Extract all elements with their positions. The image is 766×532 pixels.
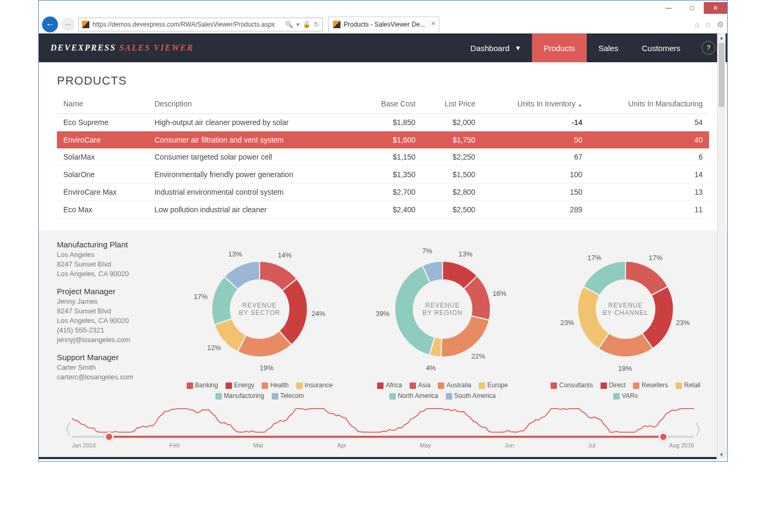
timeline-tick: Jun: [505, 442, 514, 448]
legend-item: North America: [389, 392, 438, 400]
legend-item: Telecom: [272, 392, 304, 400]
brand-logo: DEVEXPRESS SALES VIEWER: [51, 43, 194, 53]
tab-close-icon[interactable]: ✕: [431, 20, 436, 27]
column-header[interactable]: Units In Inventory▲: [482, 94, 589, 114]
browser-tab[interactable]: Products - SalesViewer De... ✕: [328, 16, 439, 32]
window-titlebar: — □ ✕: [39, 1, 727, 15]
legend-item: Health: [262, 381, 289, 389]
nav-item-sales[interactable]: Sales: [587, 34, 630, 62]
legend-item: Asia: [410, 381, 430, 389]
pm-title: Project Manager: [57, 287, 163, 296]
timeline-tick: Mar: [253, 442, 263, 448]
legend-item: Banking: [187, 381, 218, 389]
chart-legend: BankingEnergyHealthInsuranceManufacturin…: [180, 381, 339, 400]
nav-item-customers[interactable]: Customers: [630, 34, 692, 62]
page-title: PRODUCTS: [57, 74, 709, 88]
timeline-tick: Jul: [588, 442, 595, 448]
column-header[interactable]: Description: [148, 94, 357, 114]
sm-title: Support Manager: [57, 353, 163, 362]
table-row[interactable]: Eco MaxLow pollution industrial air clea…: [57, 201, 709, 219]
table-row[interactable]: Eco SupremeHigh-output air cleaner power…: [57, 114, 709, 131]
address-url: https://demos.devexpress.com/RWA/SalesVi…: [93, 21, 275, 28]
timeline-next-button[interactable]: 〉: [694, 420, 709, 440]
nav-item-products[interactable]: Products: [532, 34, 587, 62]
donut-chart: REVENUEBY CHANNEL17%23%19%23%17%: [556, 240, 695, 378]
sort-asc-icon: ▲: [578, 102, 582, 107]
table-row[interactable]: EnviroCare MaxIndustrial environmental c…: [57, 184, 709, 201]
legend-item: VARs: [613, 392, 638, 400]
addressbar-icons: 🔍▾🔒↻: [285, 21, 319, 28]
legend-item: Resellers: [633, 381, 668, 389]
column-header[interactable]: Base Cost: [357, 94, 422, 114]
timeline-prev-button[interactable]: 〈: [57, 420, 72, 440]
vertical-scrollbar[interactable]: ▲ ▼: [717, 34, 726, 459]
chart-legend: AfricaAsiaAustraliaEuropeNorth AmericaSo…: [363, 381, 522, 400]
legend-item: Insurance: [296, 381, 333, 389]
forward-button[interactable]: →: [61, 18, 75, 31]
timeline-tick: Feb: [170, 442, 180, 448]
chart-legend: ConsultantsDirectResellersRetailVARs: [546, 381, 705, 400]
app-header: DEVEXPRESS SALES VIEWER Dashboard▾Produc…: [39, 34, 727, 62]
products-table: NameDescriptionBase CostList PriceUnits …: [57, 94, 709, 219]
table-row[interactable]: SolarOneEnvironmentally friendly power g…: [57, 166, 709, 184]
site-favicon: [82, 21, 89, 28]
home-icon[interactable]: ⌂: [695, 20, 700, 29]
footer-accent: [39, 457, 717, 459]
legend-item: Manufacturing: [215, 392, 264, 400]
scroll-down-button[interactable]: ▼: [718, 451, 726, 459]
timeline-tick: Jan 2016: [72, 442, 96, 448]
legend-item: Europe: [479, 381, 508, 389]
info-column: Manufacturing Plant Los Angeles 8247 Sun…: [57, 240, 163, 400]
chevron-down-icon: ▾: [516, 43, 520, 53]
timeline-tick: May: [420, 442, 431, 448]
timeline-tick: Aug 2016: [669, 442, 694, 448]
sparkline-chart: [72, 405, 694, 436]
nav-item-dashboard[interactable]: Dashboard▾: [459, 34, 531, 62]
legend-item: South America: [446, 392, 496, 400]
tab-favicon: [333, 21, 340, 28]
browser-toolbar: ← → https://demos.devexpress.com/RWA/Sal…: [39, 15, 727, 34]
donut-chart: REVENUEBY SECTOR14%24%19%12%17%13%: [190, 240, 329, 378]
back-button[interactable]: ←: [42, 16, 58, 32]
help-button[interactable]: ?: [702, 41, 715, 55]
window-minimize-button[interactable]: —: [657, 2, 680, 14]
timeline-handle-end[interactable]: [659, 432, 668, 442]
chart-center-label: REVENUEBY SECTOR: [190, 240, 329, 378]
address-bar[interactable]: https://demos.devexpress.com/RWA/SalesVi…: [78, 18, 323, 31]
favorites-icon[interactable]: ☆: [705, 20, 712, 29]
column-header[interactable]: Units In Manufacturing: [589, 94, 709, 114]
chart-center-label: REVENUEBY REGION: [373, 240, 512, 378]
scroll-up-button[interactable]: ▲: [718, 34, 726, 42]
column-header[interactable]: List Price: [422, 94, 481, 114]
table-row[interactable]: EnviroCareConsumer air filtration and ve…: [57, 131, 709, 149]
legend-item: Australia: [438, 381, 471, 389]
timeline-selection[interactable]: [109, 436, 663, 438]
timeline-handle-start[interactable]: [104, 432, 114, 442]
column-header[interactable]: Name: [57, 94, 148, 114]
legend-item: Direct: [601, 381, 626, 389]
scroll-thumb[interactable]: [719, 43, 725, 107]
legend-item: Consultants: [551, 381, 593, 389]
page-content: PRODUCTS NameDescriptionBase CostList Pr…: [39, 62, 727, 224]
legend-item: Energy: [226, 381, 254, 389]
tab-title: Products - SalesViewer De...: [344, 21, 425, 28]
plant-title: Manufacturing Plant: [57, 240, 163, 249]
chart-center-label: REVENUEBY CHANNEL: [556, 240, 695, 378]
timeline-panel: 〈 〉 Jan 2016FebMarAprMayJunJulAug 2016: [39, 403, 727, 457]
gear-icon[interactable]: ⚙: [717, 20, 724, 29]
table-row[interactable]: SolarMaxConsumer targeted solar power ce…: [57, 148, 709, 166]
legend-item: Retail: [676, 381, 701, 389]
product-details-panel: Manufacturing Plant Los Angeles 8247 Sun…: [39, 230, 727, 403]
legend-item: Africa: [377, 381, 402, 389]
donut-chart: REVENUEBY REGION13%16%22%4%39%7%: [373, 240, 512, 378]
timeline-tick: Apr: [337, 442, 346, 448]
window-maximize-button[interactable]: □: [680, 2, 704, 14]
window-close-button[interactable]: ✕: [704, 2, 727, 14]
